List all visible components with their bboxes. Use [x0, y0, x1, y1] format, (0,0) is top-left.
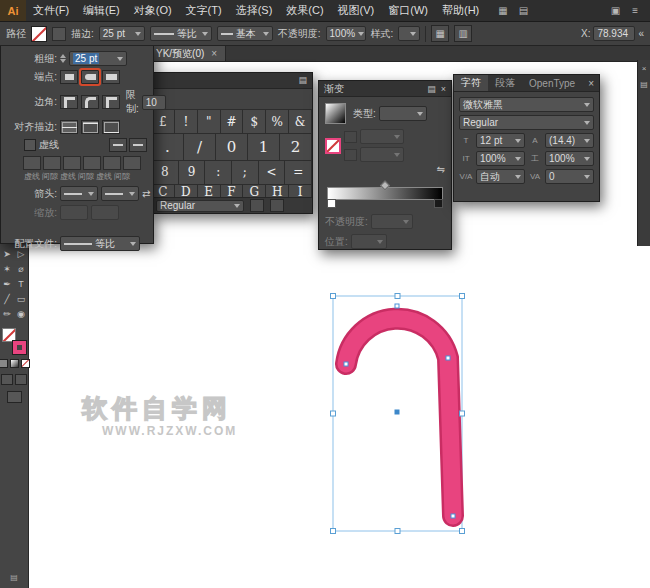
glyph-cell[interactable]: .	[152, 134, 184, 159]
glyph-cell[interactable]: £	[152, 110, 175, 133]
glyph-cell[interactable]: <	[259, 161, 286, 184]
glyph-cell[interactable]: 1	[248, 134, 280, 159]
gradient-stop-white[interactable]	[327, 199, 336, 208]
dashed-line-checkbox[interactable]	[24, 139, 36, 151]
glyph-cell[interactable]: =	[285, 161, 312, 184]
width-profile-dropdown[interactable]: 等比	[150, 26, 212, 41]
none-mode-button[interactable]	[21, 359, 30, 368]
handle-mid-left[interactable]	[331, 411, 336, 416]
selection-center-point[interactable]	[395, 410, 400, 415]
arrow-scale-start-field[interactable]	[60, 205, 88, 220]
glyph-cell[interactable]: #	[221, 110, 244, 133]
menu-window[interactable]: 窗口(W)	[381, 3, 435, 18]
opacity-dropdown[interactable]: 100%	[326, 26, 366, 41]
stroke-color-swatch[interactable]	[13, 341, 26, 354]
swap-arrowheads-icon[interactable]: ⇄	[142, 188, 150, 199]
gradient-aspect-icon[interactable]	[344, 149, 357, 161]
glyph-cell[interactable]: ;	[232, 161, 259, 184]
close-document-icon[interactable]: ×	[211, 48, 217, 59]
arrange-documents-icon[interactable]: ▦	[498, 5, 507, 16]
menu-edit[interactable]: 编辑(E)	[76, 3, 127, 18]
glyph-cell[interactable]: E	[198, 185, 221, 198]
kerning-dropdown[interactable]: 自动	[476, 169, 525, 184]
gradient-position-field[interactable]	[351, 234, 387, 249]
stroke-swatch[interactable]	[52, 27, 66, 41]
round-join-button[interactable]	[81, 95, 99, 109]
magic-wand-tool-icon[interactable]: ✶	[1, 262, 14, 276]
gradient-midpoint-marker[interactable]	[380, 181, 390, 191]
menu-effect[interactable]: 效果(C)	[279, 3, 330, 18]
panel-menu-icon[interactable]: ▤	[640, 80, 648, 89]
font-size-dropdown[interactable]: 12 pt	[476, 133, 525, 148]
close-panel-icon[interactable]: ×	[441, 84, 446, 94]
glyph-cell[interactable]: !	[175, 110, 198, 133]
align-objects-icon[interactable]: ▦	[431, 25, 449, 42]
style-dropdown[interactable]	[398, 26, 420, 41]
type-tool-icon[interactable]: T	[15, 277, 28, 291]
menu-select[interactable]: 选择(S)	[229, 3, 280, 18]
tab-paragraph[interactable]: 段落	[488, 75, 522, 91]
handle-top-left[interactable]	[331, 294, 336, 299]
rectangle-tool-icon[interactable]: ▭	[15, 292, 28, 306]
align-dashes-button[interactable]	[129, 138, 147, 152]
glyph-cell[interactable]: 0	[216, 134, 248, 159]
gradient-thumbnail[interactable]	[325, 103, 346, 124]
handle-mid-right[interactable]	[460, 411, 465, 416]
width-profile-dropdown[interactable]: 等比	[60, 236, 140, 251]
align-stroke-inside-button[interactable]	[81, 120, 99, 134]
horizontal-scale-dropdown[interactable]: 100%	[545, 151, 594, 166]
align-stroke-center-button[interactable]	[60, 120, 78, 134]
handle-bottom-left[interactable]	[331, 529, 336, 534]
document-tab[interactable]: YK/预览(0) ×	[147, 46, 226, 61]
glyph-cell[interactable]: %	[266, 110, 289, 133]
menu-file[interactable]: 文件(F)	[26, 3, 76, 18]
glyph-cell[interactable]: 2	[280, 134, 312, 159]
glyph-cell[interactable]: $	[243, 110, 266, 133]
panel-menu-icon[interactable]: ▤	[427, 84, 436, 94]
tab-opentype[interactable]: OpenType	[522, 75, 582, 91]
lasso-tool-icon[interactable]: ⌀	[15, 262, 28, 276]
preserve-dashes-button[interactable]	[109, 138, 127, 152]
gradient-mode-button[interactable]	[10, 359, 19, 368]
dash-field[interactable]	[23, 156, 41, 170]
gradient-stop-black[interactable]	[434, 199, 443, 208]
anchor-bottom-cap[interactable]	[451, 514, 455, 518]
blob-brush-tool-icon[interactable]: ◉	[15, 307, 28, 321]
close-panel-icon[interactable]: ×	[642, 64, 647, 73]
draw-behind-button[interactable]	[15, 374, 27, 385]
glyph-cell[interactable]: 9	[179, 161, 206, 184]
gap-field[interactable]	[83, 156, 101, 170]
collapse-controlbar-icon[interactable]: «	[638, 28, 644, 39]
gap-field[interactable]	[43, 156, 61, 170]
gradient-stroke-proxy[interactable]	[325, 138, 341, 154]
transform-panel-icon[interactable]: ▥	[454, 25, 472, 42]
gradient-opacity-field[interactable]	[371, 214, 413, 229]
pen-tool-icon[interactable]: ✒	[1, 277, 14, 291]
toolbar-bottom-icon[interactable]: ▤	[10, 573, 18, 582]
dash-field[interactable]	[103, 156, 121, 170]
align-stroke-outside-button[interactable]	[102, 120, 120, 134]
workspace-icon[interactable]: ▤	[519, 5, 528, 16]
screen-mode-button[interactable]	[7, 391, 22, 403]
glyph-cell[interactable]: G	[243, 185, 266, 198]
weight-stepper[interactable]	[60, 51, 66, 66]
glyph-cell[interactable]: C	[152, 185, 175, 198]
x-coordinate-field[interactable]: 78.934	[593, 26, 635, 41]
arrowhead-end-dropdown[interactable]	[101, 186, 139, 201]
tracking-dropdown[interactable]: 0	[545, 169, 594, 184]
reverse-gradient-icon[interactable]: ⇋	[437, 164, 445, 175]
stroke-weight-field[interactable]: 25 pt	[69, 51, 127, 66]
gap-field[interactable]	[123, 156, 141, 170]
anchor-left-cap[interactable]	[344, 362, 348, 366]
leading-dropdown[interactable]: (14.4)	[545, 133, 594, 148]
fill-swatch[interactable]	[31, 26, 47, 42]
glyph-cell[interactable]: F	[221, 185, 244, 198]
close-panel-icon[interactable]: ×	[588, 78, 599, 89]
pencil-tool-icon[interactable]: ✏	[1, 307, 14, 321]
app-menu-icon[interactable]: ≡	[632, 5, 638, 16]
handle-top-center[interactable]	[395, 294, 400, 299]
glyph-cell[interactable]: /	[184, 134, 216, 159]
glyph-font-style-dropdown[interactable]: Regular	[156, 200, 244, 212]
fill-color-swatch[interactable]	[2, 328, 16, 342]
color-mode-button[interactable]	[0, 359, 8, 368]
